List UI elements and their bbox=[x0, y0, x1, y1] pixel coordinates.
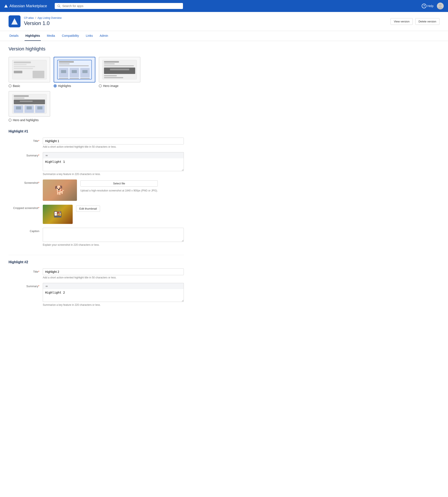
layout-preview-basic bbox=[9, 57, 50, 82]
title-label-1: Title* bbox=[9, 138, 43, 148]
main-content: Version highlights Basic bbox=[0, 41, 192, 320]
cropped-row-1: 🍱 Edit thumbnail bbox=[43, 205, 184, 224]
tabs-navigation: Details Highlights Media Compatibility L… bbox=[0, 31, 448, 41]
svg-rect-26 bbox=[104, 63, 115, 64]
highlight-2-section: Highlight #2 Title* Add a short action-o… bbox=[9, 260, 184, 306]
page-title: Version 1.0 bbox=[24, 20, 62, 26]
search-bar[interactable] bbox=[55, 3, 183, 9]
svg-rect-34 bbox=[14, 98, 25, 98]
layout-preview-highlights bbox=[54, 57, 95, 82]
logo-text: Atlassian Marketplace bbox=[9, 4, 47, 8]
radio-basic[interactable] bbox=[9, 84, 12, 87]
highlight-2-title-row: Title* Add a short action-oriented highl… bbox=[9, 268, 184, 279]
layout-preview-hero-highlights bbox=[9, 91, 50, 117]
radio-hero-highlights[interactable] bbox=[9, 119, 12, 122]
svg-rect-12 bbox=[59, 61, 74, 62]
layout-label-hero-image: Hero image bbox=[99, 84, 140, 88]
app-icon bbox=[9, 16, 20, 27]
highlight-1-heading: Highlight #1 bbox=[9, 129, 184, 133]
title-field-2: Add a short action-oriented highlight ti… bbox=[43, 268, 184, 279]
view-version-button[interactable]: View version bbox=[390, 18, 413, 25]
svg-rect-42 bbox=[37, 106, 43, 109]
app-header: CP-atlas / App Listing Overview Version … bbox=[0, 12, 448, 31]
caption-hint-1: Explain your screenshot in 220 character… bbox=[43, 243, 184, 246]
highlight-1-caption-row: Caption Explain your screenshot in 220 c… bbox=[9, 228, 184, 246]
cropped-label-1: Cropped screenshot* bbox=[9, 205, 43, 224]
tab-media[interactable]: Media bbox=[46, 31, 56, 41]
breadcrumb: CP-atlas / App Listing Overview bbox=[24, 16, 62, 19]
summary-textarea-2[interactable] bbox=[43, 289, 184, 302]
screenshot-thumbnail-1: 🐕 bbox=[43, 179, 77, 201]
screenshot-field-1: 🐕 Select file Upload a high-resolution s… bbox=[43, 179, 184, 201]
app-title-area: CP-atlas / App Listing Overview Version … bbox=[24, 16, 62, 26]
search-input[interactable] bbox=[62, 4, 180, 8]
svg-rect-5 bbox=[14, 62, 31, 63]
search-icon bbox=[57, 4, 61, 8]
highlight-2-summary-row: Summary* ∞ (function(){ var el = documen… bbox=[9, 283, 184, 306]
tab-admin[interactable]: Admin bbox=[99, 31, 109, 41]
screenshot-hint-1: Upload a high-resolution screenshot at 1… bbox=[80, 189, 158, 192]
help-button[interactable]: ? Help bbox=[422, 4, 433, 8]
screenshot-label-1: Screenshot* bbox=[9, 179, 43, 201]
title-hint-2: Add a short action-oriented highlight ti… bbox=[43, 276, 184, 279]
title-input-2[interactable] bbox=[43, 268, 184, 275]
layout-label-highlights: Highlights bbox=[54, 84, 95, 88]
caption-field-1: Explain your screenshot in 220 character… bbox=[43, 228, 184, 246]
svg-rect-28 bbox=[104, 67, 135, 74]
infinity-icon-1[interactable]: ∞ bbox=[45, 153, 48, 157]
radio-highlights[interactable] bbox=[54, 84, 57, 87]
layout-card-hero-highlights[interactable]: Hero and highlights bbox=[9, 91, 50, 122]
radio-hero-image[interactable] bbox=[99, 84, 102, 87]
summary-hint-1: Summarize a key feature in 220 character… bbox=[43, 173, 184, 176]
svg-rect-29 bbox=[110, 69, 129, 70]
layout-name-highlights: Highlights bbox=[58, 84, 71, 88]
highlight-1-screenshot-row: Screenshot* 🐕 Select file Upload a high-… bbox=[9, 179, 184, 201]
highlight-1-title-row: Title* Add a short action-oriented highl… bbox=[9, 138, 184, 148]
tab-links[interactable]: Links bbox=[85, 31, 94, 41]
layout-card-hero-image[interactable]: Hero image bbox=[99, 57, 140, 88]
layout-card-highlights[interactable]: Highlights bbox=[54, 57, 95, 88]
svg-rect-33 bbox=[14, 95, 29, 97]
summary-toolbar-2: ∞ bbox=[43, 283, 184, 289]
layout-label-hero-highlights: Hero and highlights bbox=[9, 118, 50, 122]
section-divider bbox=[9, 255, 184, 255]
select-file-button-1[interactable]: Select file bbox=[80, 180, 158, 186]
breadcrumb-page[interactable]: App Listing Overview bbox=[37, 16, 62, 19]
svg-line-1 bbox=[60, 7, 61, 7]
svg-rect-20 bbox=[82, 70, 88, 73]
summary-hint-2: Summarize a key feature in 220 character… bbox=[43, 303, 184, 306]
tab-compatibility[interactable]: Compatibility bbox=[61, 31, 80, 41]
svg-rect-8 bbox=[14, 68, 33, 69]
header-actions: View version Delete version bbox=[390, 18, 439, 25]
layout-label-basic: Basic bbox=[9, 84, 50, 88]
title-input-1[interactable] bbox=[43, 138, 184, 144]
svg-rect-21 bbox=[59, 78, 68, 79]
edit-thumbnail-button-1[interactable]: Edit thumbnail bbox=[76, 205, 100, 212]
svg-point-2 bbox=[439, 4, 442, 6]
logo-triangle bbox=[4, 4, 8, 7]
summary-label-1: Summary* bbox=[9, 152, 43, 176]
svg-rect-30 bbox=[104, 75, 117, 76]
help-icon: ? bbox=[422, 4, 426, 8]
user-avatar[interactable] bbox=[437, 2, 444, 9]
cropped-field-1: 🍱 Edit thumbnail bbox=[43, 205, 184, 224]
svg-rect-14 bbox=[59, 65, 89, 66]
title-hint-1: Add a short action-oriented highlight ti… bbox=[43, 145, 184, 148]
atlassian-logo[interactable]: Atlassian Marketplace bbox=[4, 4, 47, 8]
summary-label-2: Summary* bbox=[9, 283, 43, 306]
caption-textarea-1[interactable] bbox=[43, 228, 184, 242]
highlight-1-section: Highlight #1 Title* Add a short action-o… bbox=[9, 129, 184, 246]
summary-textarea-1[interactable] bbox=[43, 158, 184, 171]
cropped-actions-1: Edit thumbnail bbox=[76, 205, 100, 212]
tab-details[interactable]: Details bbox=[9, 31, 19, 41]
app-info: CP-atlas / App Listing Overview Version … bbox=[9, 16, 62, 27]
tab-highlights[interactable]: Highlights bbox=[25, 31, 41, 41]
infinity-icon-2[interactable]: ∞ bbox=[45, 284, 48, 288]
svg-rect-13 bbox=[59, 63, 70, 64]
svg-rect-6 bbox=[14, 64, 27, 65]
section-title: Version highlights bbox=[9, 46, 184, 52]
layout-card-basic[interactable]: Basic bbox=[9, 57, 50, 88]
breadcrumb-link[interactable]: CP-atlas bbox=[24, 16, 34, 19]
delete-version-button[interactable]: Delete version bbox=[415, 18, 439, 25]
help-label: Help bbox=[427, 4, 433, 8]
